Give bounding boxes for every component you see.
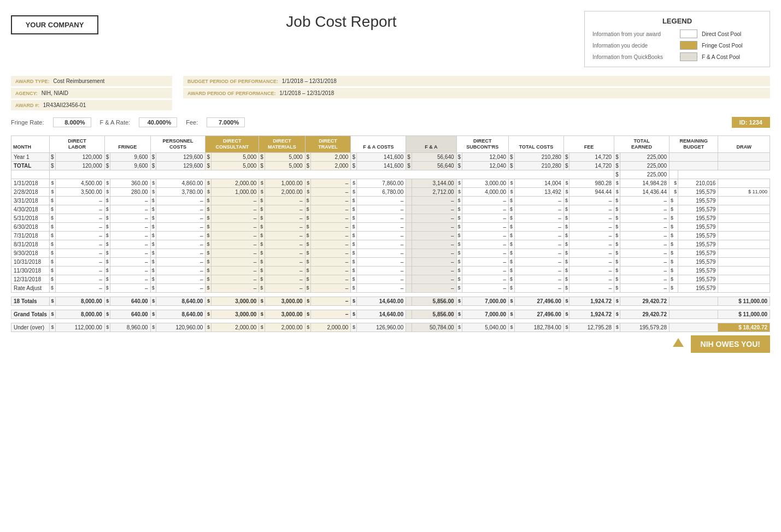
year1-te: 225,000 [620, 152, 669, 161]
year1-dc-sign: $ [205, 152, 212, 161]
fa-rate-value: 40.000% [139, 117, 177, 127]
award-number-label: AWARD #: [15, 103, 39, 108]
year1-pc: 129,600 [156, 152, 205, 161]
row-mar: 3/31/2018$–$–$–$–$–$–$––$–$–$–$–$195,579 [11, 196, 770, 205]
total-fringe: 9,600 [110, 161, 150, 170]
year1-rb [670, 152, 718, 161]
legend-title: LEGEND [592, 17, 762, 25]
year1-dm-sign: $ [259, 152, 265, 161]
award-type-block: AWARD TYPE: Cost Reimbursement [11, 76, 172, 86]
row-feb: 2/28/2018 $3,500.00 $280.00 $3,780.00 $1… [11, 187, 770, 196]
col-personnel-costs: PERSONNELCOSTS [150, 136, 205, 153]
under-over-label: Under (over) [11, 323, 50, 332]
legend-row-1: Information from your award Direct Cost … [592, 29, 762, 38]
legend-label-1: Information from your award [592, 31, 676, 37]
year1-dl-sign: $ [50, 152, 56, 161]
row-oct: 10/31/2018$–$–$–$–$–$–$––$–$–$–$–$195,57… [11, 257, 770, 266]
separator-row [11, 292, 770, 297]
total-pc-sign: $ [150, 161, 156, 170]
separator-row-2 [11, 305, 770, 310]
year1-te-sign: $ [614, 152, 620, 161]
year1-tc: 210,280 [514, 152, 563, 161]
total-ds-sign: $ [456, 161, 462, 170]
under-over-draw: $ 18,420.72 [718, 323, 770, 332]
year1-row: Year 1 $ 120,000 $ 9,600 $ 129,600 $ 5,0… [11, 152, 770, 161]
award-number-block: AWARD #: 1R43AII23456-01 [11, 100, 172, 110]
page-container: YOUR COMPANY Job Cost Report LEGEND Info… [11, 11, 770, 353]
col-direct-consultant: DIRECTCONSULTANT [205, 136, 259, 153]
table-header-row: MONTH DIRECTLABOR FRINGE PERSONNELCOSTS … [11, 136, 770, 153]
total-fringe-sign: $ [104, 161, 110, 170]
rates-section: Fringe Rate: 8.000% F & A Rate: 40.000% … [11, 117, 770, 128]
legend-color-box-1 [680, 29, 697, 38]
year1-dt-sign: $ [305, 152, 311, 161]
year1-fa: 56,640 [412, 152, 456, 161]
col-total-costs: TOTAL COSTS [509, 136, 564, 153]
fee-label: Fee: [186, 119, 198, 126]
year1-fee-sign: $ [563, 152, 569, 161]
total-dc: 5,000 [212, 161, 259, 170]
row-jan: 1/31/2018 $4,500.00 $360.00 $4,860.00 $2… [11, 179, 770, 187]
grand-totals-row: Grand Totals $8,000.00 $640.00 $8,640.00… [11, 310, 770, 318]
award-left: AWARD TYPE: Cost Reimbursement AGENCY: N… [11, 76, 172, 110]
year1-fringe-sign: $ [104, 152, 110, 161]
budget-period-block: BUDGET PERIOD OF PERFORMANCE: 1/1/2018 –… [183, 76, 770, 86]
total-dt-sign: $ [305, 161, 311, 170]
grand-totals-label: Grand Totals [11, 310, 50, 318]
total-fee: 14,720 [569, 161, 614, 170]
year1-fa-sign: $ [406, 152, 412, 161]
award-section: AWARD TYPE: Cost Reimbursement AGENCY: N… [11, 76, 770, 110]
col-fa-costs: F & A COSTS [351, 136, 406, 153]
legend-color-box-2 [680, 41, 697, 50]
award-period-block: AWARD PERIOD OF PERFORMANCE: 1/1/2018 – … [183, 88, 770, 98]
total-label: TOTAL [11, 161, 50, 170]
total-dl: 120,000 [55, 161, 104, 170]
year1-dt: 2,000 [311, 152, 351, 161]
col-direct-labor: DIRECTLABOR [50, 136, 105, 153]
col-fa: F & A [406, 136, 456, 153]
total-dl-sign: $ [50, 161, 56, 170]
award-right: BUDGET PERIOD OF PERFORMANCE: 1/1/2018 –… [183, 76, 770, 110]
nih-owes-badge: NIH OWES YOU! [691, 335, 770, 353]
col-direct-materials: DIRECTMATERIALS [259, 136, 305, 153]
row-rate-adjust: Rate Adjust$–$–$–$–$–$–$––$–$–$–$–$195,5… [11, 283, 770, 292]
year1-dm: 5,000 [265, 152, 305, 161]
nih-owes-arrow [673, 338, 684, 348]
totals-18-row: 18 Totals $8,000.00 $640.00 $8,640.00 $3… [11, 297, 770, 305]
year1-fac-sign: $ [351, 152, 357, 161]
legend-label-2: Information you decide [592, 43, 676, 49]
year1-fac: 141,600 [356, 152, 406, 161]
legend-color-box-3 [680, 52, 697, 61]
year1-fringe: 9,600 [110, 152, 150, 161]
col-direct-sub: DIRECTSUBCONT'RS [456, 136, 509, 153]
total-pc: 129,600 [156, 161, 205, 170]
budget-period-label: BUDGET PERIOD OF PERFORMANCE: [187, 79, 278, 84]
legend-pool-1: Direct Cost Pool [702, 31, 762, 37]
row-may: 5/31/2018$–$–$–$–$–$–$––$–$–$–$–$195,579 [11, 214, 770, 222]
separator-row-3 [11, 318, 770, 323]
award-period-value: 1/1/2018 – 12/31/2018 [279, 90, 334, 96]
total-dc-sign: $ [205, 161, 212, 170]
month-label: 1/31/2018 [11, 179, 50, 187]
year1-pc-sign: $ [150, 152, 156, 161]
empty-span [50, 170, 614, 179]
budget-period-value: 1/1/2018 – 12/31/2018 [282, 78, 337, 84]
id-badge: ID: 1234 [732, 117, 770, 128]
award-number-value: 1R43AII23456-01 [43, 102, 86, 108]
row-apr: 4/30/2018$–$–$–$–$–$–$––$–$–$–$–$195,579 [11, 205, 770, 214]
remaining-225-sign: $ [614, 170, 620, 179]
total-dm-sign: $ [259, 161, 265, 170]
col-total-earned: TOTALEARNED [614, 136, 670, 153]
col-remaining-budget: REMAININGBUDGET [670, 136, 718, 153]
year1-dc: 5,000 [212, 152, 259, 161]
legend-row-3: Information from QuickBooks F & A Cost P… [592, 52, 762, 61]
total-fac-sign: $ [351, 161, 357, 170]
award-agency-label: AGENCY: [15, 91, 38, 96]
cost-table: MONTH DIRECTLABOR FRINGE PERSONNELCOSTS … [11, 135, 770, 332]
year1-tc-sign: $ [509, 152, 515, 161]
id-label: ID: [739, 119, 748, 126]
page-title: Job Cost Report [115, 13, 568, 31]
svg-marker-0 [673, 338, 684, 347]
fringe-rate-value: 8.000% [53, 117, 91, 127]
total-fac: 141,600 [356, 161, 406, 170]
